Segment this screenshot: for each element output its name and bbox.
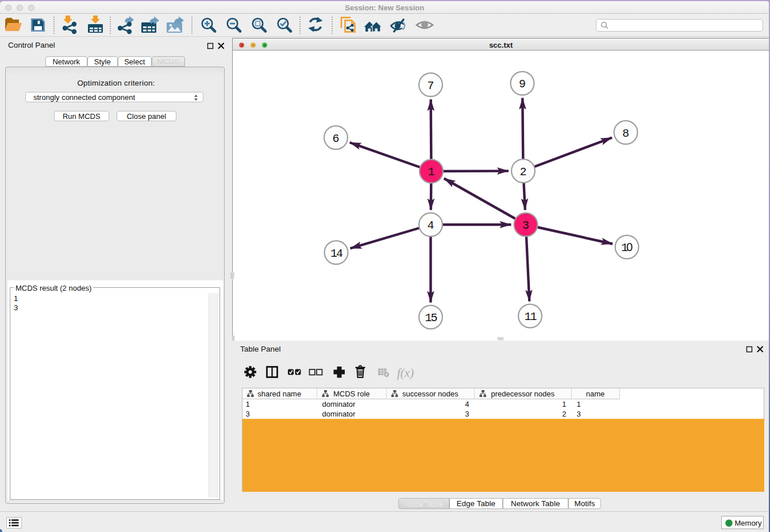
- svg-text:6: 6: [332, 132, 339, 145]
- svg-text:11: 11: [524, 310, 537, 323]
- svg-text:9: 9: [519, 78, 526, 91]
- svg-text:1: 1: [428, 165, 434, 179]
- svg-text:4: 4: [427, 219, 434, 232]
- svg-text:15: 15: [425, 311, 437, 325]
- svg-text:f(x): f(x): [397, 366, 414, 380]
- svg-text:8: 8: [622, 126, 629, 140]
- svg-text:10: 10: [621, 241, 633, 255]
- svg-text:14: 14: [330, 246, 342, 260]
- svg-text:2: 2: [519, 165, 526, 178]
- svg-text:7: 7: [427, 79, 434, 92]
- svg-text:3: 3: [522, 219, 529, 232]
